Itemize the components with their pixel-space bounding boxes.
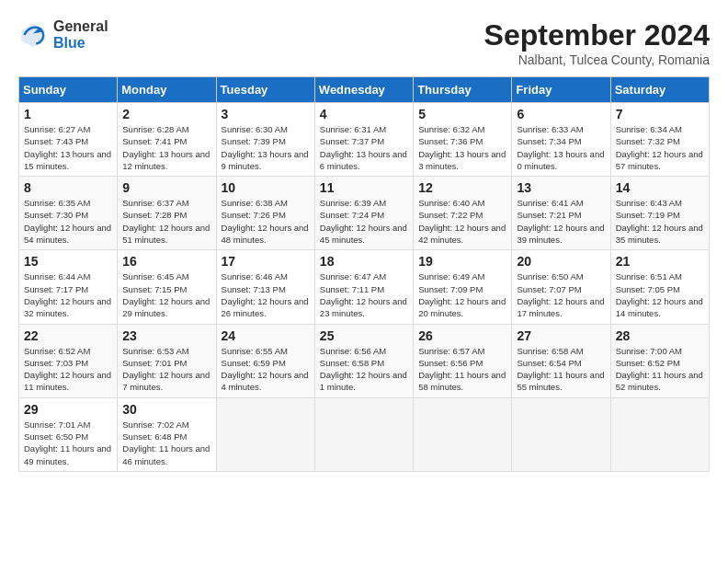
day-number: 23 [122,328,210,343]
day-info: Sunrise: 6:55 AMSunset: 6:59 PMDaylight:… [222,345,310,394]
calendar-day-cell: 21 Sunrise: 6:51 AMSunset: 7:05 PMDaylig… [610,250,709,324]
calendar-day-cell: 10 Sunrise: 6:38 AMSunset: 7:26 PMDaylig… [216,177,314,250]
day-info: Sunrise: 6:38 AMSunset: 7:26 PMDaylight:… [222,197,310,246]
day-number: 10 [222,180,310,195]
calendar-week-row: 22 Sunrise: 6:52 AMSunset: 7:03 PMDaylig… [19,324,710,397]
day-info: Sunrise: 6:27 AMSunset: 7:43 PMDaylight:… [24,123,112,172]
day-number: 2 [122,107,210,121]
calendar-day-cell [610,397,709,471]
day-info: Sunrise: 6:47 AMSunset: 7:11 PMDaylight:… [320,270,408,319]
calendar-day-cell: 22 Sunrise: 6:52 AMSunset: 7:03 PMDaylig… [19,324,118,397]
logo-blue-text: Blue [53,35,108,52]
calendar-header-cell: Sunday [19,77,118,103]
day-number: 12 [418,180,506,195]
day-info: Sunrise: 6:57 AMSunset: 6:56 PMDaylight:… [418,345,506,394]
calendar-day-cell: 12 Sunrise: 6:40 AMSunset: 7:22 PMDaylig… [414,177,512,250]
calendar-day-cell: 3 Sunrise: 6:30 AMSunset: 7:39 PMDayligh… [216,103,314,177]
calendar-header-cell: Monday [118,77,216,103]
day-number: 17 [222,254,310,269]
logo-general-text: General [53,18,108,35]
day-number: 3 [222,107,310,121]
day-info: Sunrise: 7:02 AMSunset: 6:48 PMDaylight:… [122,419,210,467]
calendar-header-row: SundayMondayTuesdayWednesdayThursdayFrid… [19,77,710,103]
day-number: 5 [418,107,506,121]
day-info: Sunrise: 6:34 AMSunset: 7:32 PMDaylight:… [616,123,704,172]
calendar-day-cell: 4 Sunrise: 6:31 AMSunset: 7:37 PMDayligh… [314,103,413,177]
day-number: 21 [616,254,704,269]
calendar-header-cell: Saturday [610,77,709,103]
day-info: Sunrise: 7:01 AMSunset: 6:50 PMDaylight:… [24,419,112,467]
calendar-day-cell: 8 Sunrise: 6:35 AMSunset: 7:30 PMDayligh… [19,177,118,250]
day-info: Sunrise: 6:45 AMSunset: 7:15 PMDaylight:… [122,270,210,319]
logo-icon [18,20,48,50]
calendar-day-cell: 29 Sunrise: 7:01 AMSunset: 6:50 PMDaylig… [19,397,118,471]
calendar-day-cell [512,397,610,471]
calendar-week-row: 29 Sunrise: 7:01 AMSunset: 6:50 PMDaylig… [19,397,710,471]
day-info: Sunrise: 6:46 AMSunset: 7:13 PMDaylight:… [222,270,310,319]
day-info: Sunrise: 6:28 AMSunset: 7:41 PMDaylight:… [122,123,210,172]
day-number: 15 [24,254,112,269]
day-number: 19 [418,254,506,269]
calendar-day-cell: 28 Sunrise: 7:00 AMSunset: 6:52 PMDaylig… [610,324,709,397]
day-number: 28 [616,328,704,343]
calendar-week-row: 8 Sunrise: 6:35 AMSunset: 7:30 PMDayligh… [19,177,710,250]
day-info: Sunrise: 6:41 AMSunset: 7:21 PMDaylight:… [517,197,605,246]
calendar-day-cell [414,397,512,471]
day-info: Sunrise: 6:37 AMSunset: 7:28 PMDaylight:… [122,197,210,246]
day-info: Sunrise: 6:49 AMSunset: 7:09 PMDaylight:… [418,270,506,319]
calendar-day-cell: 19 Sunrise: 6:49 AMSunset: 7:09 PMDaylig… [414,250,512,324]
calendar-day-cell: 18 Sunrise: 6:47 AMSunset: 7:11 PMDaylig… [314,250,413,324]
calendar-body: 1 Sunrise: 6:27 AMSunset: 7:43 PMDayligh… [19,103,710,472]
calendar-week-row: 15 Sunrise: 6:44 AMSunset: 7:17 PMDaylig… [19,250,710,324]
calendar-day-cell: 11 Sunrise: 6:39 AMSunset: 7:24 PMDaylig… [314,177,413,250]
day-number: 22 [24,328,112,343]
day-info: Sunrise: 6:53 AMSunset: 7:01 PMDaylight:… [122,345,210,394]
day-info: Sunrise: 6:32 AMSunset: 7:36 PMDaylight:… [418,123,506,172]
calendar-day-cell: 27 Sunrise: 6:58 AMSunset: 6:54 PMDaylig… [512,324,610,397]
calendar-header-cell: Thursday [414,77,512,103]
day-number: 24 [222,328,310,343]
day-info: Sunrise: 6:51 AMSunset: 7:05 PMDaylight:… [616,270,704,319]
day-info: Sunrise: 6:43 AMSunset: 7:19 PMDaylight:… [616,197,704,246]
day-number: 27 [517,328,605,343]
calendar-day-cell: 1 Sunrise: 6:27 AMSunset: 7:43 PMDayligh… [19,103,118,177]
day-info: Sunrise: 6:40 AMSunset: 7:22 PMDaylight:… [418,197,506,246]
day-info: Sunrise: 6:33 AMSunset: 7:34 PMDaylight:… [517,123,605,172]
header: General Blue September 2024 Nalbant, Tul… [18,18,710,67]
day-number: 6 [517,107,605,121]
calendar-week-row: 1 Sunrise: 6:27 AMSunset: 7:43 PMDayligh… [19,103,710,177]
calendar-day-cell: 26 Sunrise: 6:57 AMSunset: 6:56 PMDaylig… [414,324,512,397]
day-number: 9 [122,180,210,195]
day-number: 26 [418,328,506,343]
day-info: Sunrise: 6:56 AMSunset: 6:58 PMDaylight:… [320,345,408,394]
calendar-day-cell: 15 Sunrise: 6:44 AMSunset: 7:17 PMDaylig… [19,250,118,324]
day-number: 11 [320,180,408,195]
calendar-day-cell: 14 Sunrise: 6:43 AMSunset: 7:19 PMDaylig… [610,177,709,250]
calendar-day-cell: 20 Sunrise: 6:50 AMSunset: 7:07 PMDaylig… [512,250,610,324]
calendar-header-cell: Friday [512,77,610,103]
calendar-day-cell: 9 Sunrise: 6:37 AMSunset: 7:28 PMDayligh… [118,177,216,250]
logo-text: General Blue [53,18,108,51]
calendar-day-cell: 13 Sunrise: 6:41 AMSunset: 7:21 PMDaylig… [512,177,610,250]
calendar-day-cell [216,397,314,471]
day-info: Sunrise: 6:52 AMSunset: 7:03 PMDaylight:… [24,345,112,394]
month-title: September 2024 [484,18,710,52]
day-info: Sunrise: 6:30 AMSunset: 7:39 PMDaylight:… [222,123,310,172]
day-number: 29 [24,402,112,417]
day-number: 1 [24,107,112,121]
day-number: 30 [122,402,210,417]
calendar-day-cell: 24 Sunrise: 6:55 AMSunset: 6:59 PMDaylig… [216,324,314,397]
day-number: 13 [517,180,605,195]
calendar-header-cell: Wednesday [314,77,413,103]
calendar-day-cell: 5 Sunrise: 6:32 AMSunset: 7:36 PMDayligh… [414,103,512,177]
calendar-day-cell: 2 Sunrise: 6:28 AMSunset: 7:41 PMDayligh… [118,103,216,177]
day-info: Sunrise: 6:50 AMSunset: 7:07 PMDaylight:… [517,270,605,319]
calendar-day-cell: 17 Sunrise: 6:46 AMSunset: 7:13 PMDaylig… [216,250,314,324]
calendar-table: SundayMondayTuesdayWednesdayThursdayFrid… [18,76,710,472]
calendar-day-cell: 6 Sunrise: 6:33 AMSunset: 7:34 PMDayligh… [512,103,610,177]
day-number: 7 [616,107,704,121]
day-number: 14 [616,180,704,195]
calendar-day-cell: 7 Sunrise: 6:34 AMSunset: 7:32 PMDayligh… [610,103,709,177]
day-info: Sunrise: 7:00 AMSunset: 6:52 PMDaylight:… [616,345,704,394]
calendar-day-cell: 16 Sunrise: 6:45 AMSunset: 7:15 PMDaylig… [118,250,216,324]
